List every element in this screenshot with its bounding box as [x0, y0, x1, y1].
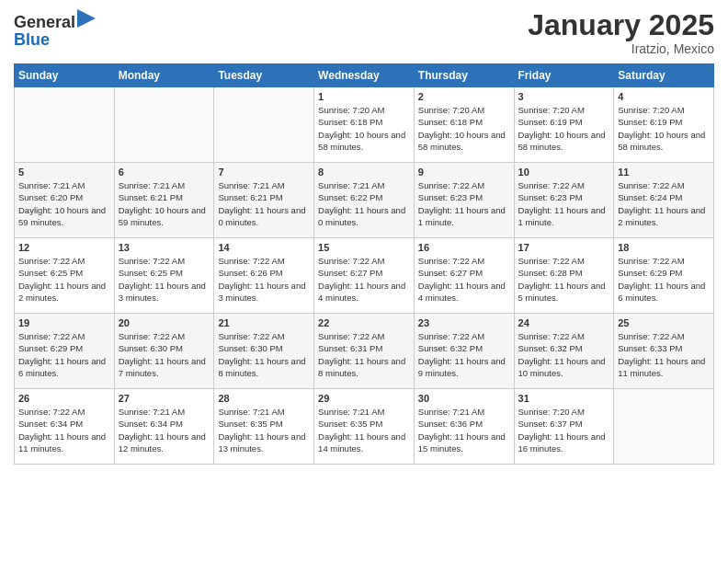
col-saturday: Saturday	[614, 64, 714, 87]
location-subtitle: Iratzio, Mexico	[528, 41, 714, 56]
day-number: 8	[318, 167, 410, 178]
calendar-cell: 10 Sunrise: 7:22 AM Sunset: 6:23 PM Dayl…	[514, 163, 614, 238]
cell-info: Sunrise: 7:21 AM Sunset: 6:35 PM Dayligh…	[218, 406, 310, 454]
title-block: January 2025 Iratzio, Mexico	[528, 9, 714, 56]
cell-info: Sunrise: 7:21 AM Sunset: 6:21 PM Dayligh…	[119, 179, 210, 228]
calendar-cell: 4 Sunrise: 7:20 AM Sunset: 6:19 PM Dayli…	[614, 87, 714, 163]
day-number: 22	[318, 317, 410, 328]
month-title: January 2025	[528, 9, 714, 41]
calendar-cell	[614, 389, 714, 465]
calendar-cell: 12 Sunrise: 7:22 AM Sunset: 6:25 PM Dayl…	[15, 238, 115, 314]
day-number: 20	[119, 317, 210, 328]
cell-info: Sunrise: 7:21 AM Sunset: 6:35 PM Dayligh…	[318, 406, 410, 454]
cell-info: Sunrise: 7:22 AM Sunset: 6:23 PM Dayligh…	[418, 179, 510, 228]
cell-info: Sunrise: 7:22 AM Sunset: 6:27 PM Dayligh…	[318, 255, 410, 304]
calendar-cell: 23 Sunrise: 7:22 AM Sunset: 6:32 PM Dayl…	[414, 314, 514, 389]
cell-info: Sunrise: 7:22 AM Sunset: 6:32 PM Dayligh…	[418, 330, 510, 379]
calendar-cell: 7 Sunrise: 7:21 AM Sunset: 6:21 PM Dayli…	[214, 163, 314, 238]
day-number: 10	[518, 167, 610, 178]
cell-info: Sunrise: 7:22 AM Sunset: 6:25 PM Dayligh…	[18, 255, 110, 304]
calendar-cell: 17 Sunrise: 7:22 AM Sunset: 6:28 PM Dayl…	[514, 238, 614, 314]
logo-block: General Blue	[14, 9, 96, 50]
logo-arrow-icon	[77, 9, 96, 28]
calendar-week-row: 19 Sunrise: 7:22 AM Sunset: 6:29 PM Dayl…	[15, 314, 714, 389]
cell-info: Sunrise: 7:22 AM Sunset: 6:34 PM Dayligh…	[18, 406, 110, 454]
calendar-cell: 20 Sunrise: 7:22 AM Sunset: 6:30 PM Dayl…	[114, 314, 214, 389]
day-number: 3	[518, 91, 610, 102]
calendar-cell: 5 Sunrise: 7:21 AM Sunset: 6:20 PM Dayli…	[15, 163, 115, 238]
day-number: 19	[18, 317, 110, 328]
calendar-cell: 8 Sunrise: 7:21 AM Sunset: 6:22 PM Dayli…	[314, 163, 415, 238]
cell-info: Sunrise: 7:22 AM Sunset: 6:33 PM Dayligh…	[618, 330, 710, 379]
day-number: 28	[218, 393, 310, 404]
calendar-cell: 6 Sunrise: 7:21 AM Sunset: 6:21 PM Dayli…	[114, 163, 214, 238]
col-monday: Monday	[114, 64, 214, 87]
logo-blue-text: Blue	[14, 30, 50, 49]
logo: General Blue	[14, 9, 96, 50]
cell-info: Sunrise: 7:22 AM Sunset: 6:27 PM Dayligh…	[418, 255, 510, 304]
calendar-cell	[214, 87, 314, 163]
day-number: 15	[318, 242, 410, 253]
page: General Blue January 2025 Iratzio, Mexic…	[0, 0, 728, 563]
calendar-cell: 31 Sunrise: 7:20 AM Sunset: 6:37 PM Dayl…	[514, 389, 614, 465]
calendar-cell: 29 Sunrise: 7:21 AM Sunset: 6:35 PM Dayl…	[314, 389, 415, 465]
calendar-cell: 24 Sunrise: 7:22 AM Sunset: 6:32 PM Dayl…	[514, 314, 614, 389]
day-number: 18	[618, 242, 710, 253]
calendar-cell	[114, 87, 214, 163]
day-number: 26	[18, 393, 110, 404]
day-number: 29	[318, 393, 410, 404]
day-number: 13	[119, 242, 210, 253]
day-number: 6	[119, 167, 210, 178]
day-number: 2	[418, 91, 510, 102]
calendar-cell: 14 Sunrise: 7:22 AM Sunset: 6:26 PM Dayl…	[214, 238, 314, 314]
calendar-cell: 27 Sunrise: 7:21 AM Sunset: 6:34 PM Dayl…	[114, 389, 214, 465]
col-friday: Friday	[514, 64, 614, 87]
cell-info: Sunrise: 7:20 AM Sunset: 6:18 PM Dayligh…	[418, 104, 510, 153]
col-thursday: Thursday	[414, 64, 514, 87]
col-sunday: Sunday	[15, 64, 115, 87]
calendar-week-row: 12 Sunrise: 7:22 AM Sunset: 6:25 PM Dayl…	[15, 238, 714, 314]
calendar-cell	[15, 87, 115, 163]
calendar-cell: 26 Sunrise: 7:22 AM Sunset: 6:34 PM Dayl…	[15, 389, 115, 465]
col-tuesday: Tuesday	[214, 64, 314, 87]
day-number: 1	[318, 91, 410, 102]
cell-info: Sunrise: 7:20 AM Sunset: 6:19 PM Dayligh…	[518, 104, 610, 153]
calendar-cell: 9 Sunrise: 7:22 AM Sunset: 6:23 PM Dayli…	[414, 163, 514, 238]
calendar-cell: 2 Sunrise: 7:20 AM Sunset: 6:18 PM Dayli…	[414, 87, 514, 163]
cell-info: Sunrise: 7:22 AM Sunset: 6:29 PM Dayligh…	[18, 330, 110, 379]
day-number: 17	[518, 242, 610, 253]
calendar-table: Sunday Monday Tuesday Wednesday Thursday…	[14, 63, 714, 465]
day-number: 4	[618, 91, 710, 102]
cell-info: Sunrise: 7:21 AM Sunset: 6:21 PM Dayligh…	[218, 179, 310, 228]
day-number: 25	[618, 317, 710, 328]
cell-info: Sunrise: 7:21 AM Sunset: 6:36 PM Dayligh…	[418, 406, 510, 454]
cell-info: Sunrise: 7:21 AM Sunset: 6:34 PM Dayligh…	[119, 406, 210, 454]
day-number: 24	[518, 317, 610, 328]
calendar-cell: 19 Sunrise: 7:22 AM Sunset: 6:29 PM Dayl…	[15, 314, 115, 389]
cell-info: Sunrise: 7:20 AM Sunset: 6:37 PM Dayligh…	[518, 406, 610, 454]
day-number: 7	[218, 167, 310, 178]
calendar-cell: 15 Sunrise: 7:22 AM Sunset: 6:27 PM Dayl…	[314, 238, 415, 314]
cell-info: Sunrise: 7:21 AM Sunset: 6:20 PM Dayligh…	[18, 179, 110, 228]
header: General Blue January 2025 Iratzio, Mexic…	[14, 9, 714, 56]
calendar-cell: 30 Sunrise: 7:21 AM Sunset: 6:36 PM Dayl…	[414, 389, 514, 465]
cell-info: Sunrise: 7:22 AM Sunset: 6:30 PM Dayligh…	[119, 330, 210, 379]
calendar-week-row: 5 Sunrise: 7:21 AM Sunset: 6:20 PM Dayli…	[15, 163, 714, 238]
calendar-cell: 1 Sunrise: 7:20 AM Sunset: 6:18 PM Dayli…	[314, 87, 415, 163]
calendar-header-row: Sunday Monday Tuesday Wednesday Thursday…	[15, 64, 714, 87]
cell-info: Sunrise: 7:20 AM Sunset: 6:18 PM Dayligh…	[318, 104, 410, 153]
cell-info: Sunrise: 7:22 AM Sunset: 6:32 PM Dayligh…	[518, 330, 610, 379]
calendar-cell: 28 Sunrise: 7:21 AM Sunset: 6:35 PM Dayl…	[214, 389, 314, 465]
day-number: 12	[18, 242, 110, 253]
calendar-cell: 18 Sunrise: 7:22 AM Sunset: 6:29 PM Dayl…	[614, 238, 714, 314]
day-number: 14	[218, 242, 310, 253]
cell-info: Sunrise: 7:20 AM Sunset: 6:19 PM Dayligh…	[618, 104, 710, 153]
calendar-cell: 25 Sunrise: 7:22 AM Sunset: 6:33 PM Dayl…	[614, 314, 714, 389]
cell-info: Sunrise: 7:22 AM Sunset: 6:25 PM Dayligh…	[119, 255, 210, 304]
day-number: 31	[518, 393, 610, 404]
cell-info: Sunrise: 7:22 AM Sunset: 6:30 PM Dayligh…	[218, 330, 310, 379]
calendar-cell: 21 Sunrise: 7:22 AM Sunset: 6:30 PM Dayl…	[214, 314, 314, 389]
day-number: 23	[418, 317, 510, 328]
day-number: 30	[418, 393, 510, 404]
calendar-week-row: 26 Sunrise: 7:22 AM Sunset: 6:34 PM Dayl…	[15, 389, 714, 465]
